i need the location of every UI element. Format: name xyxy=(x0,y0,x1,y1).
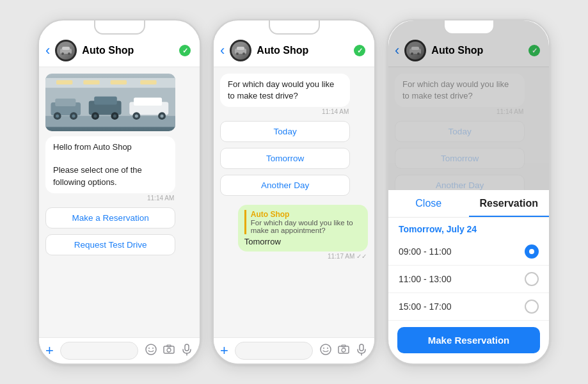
add-button-2[interactable]: + xyxy=(220,342,228,359)
car-image xyxy=(45,74,175,131)
time-row-1[interactable]: 09:00 - 11:00 xyxy=(388,238,549,266)
svg-rect-8 xyxy=(111,80,127,84)
svg-point-20 xyxy=(93,115,97,118)
option-tomorrow-2[interactable]: Tomorrow xyxy=(220,146,350,169)
mic-icon-1[interactable] xyxy=(180,343,193,359)
svg-point-29 xyxy=(146,344,156,355)
camera-icon-1[interactable] xyxy=(163,343,175,359)
msg-time-2b: 11:17 AM ✓✓ xyxy=(238,253,368,260)
question-message-2: For which day would you like to make tes… xyxy=(220,74,350,115)
verified-badge-1: ✓ xyxy=(179,45,191,56)
quote-bar-2: Auto Shop For which day would you like t… xyxy=(244,210,362,234)
sticker-icon-1[interactable] xyxy=(145,343,157,359)
msg-time-1: 11:14 AM xyxy=(45,195,175,202)
message-input-1[interactable] xyxy=(60,342,138,360)
option-another-day-2[interactable]: Another Day xyxy=(220,173,350,196)
svg-point-42 xyxy=(323,348,324,349)
message-input-2[interactable] xyxy=(235,342,313,360)
svg-point-2 xyxy=(61,52,64,55)
svg-rect-7 xyxy=(83,80,99,84)
chat-header-1: ‹ Auto Shop ✓ xyxy=(39,35,200,67)
svg-point-3 xyxy=(68,52,70,55)
time-label-2: 11:00 - 13:00 xyxy=(399,274,525,284)
chat-body-1: Hello from Auto ShopPlease select one of… xyxy=(39,67,200,337)
reservation-date: Tomorrow, July 24 xyxy=(388,218,549,238)
avatar-1 xyxy=(55,40,77,61)
svg-rect-12 xyxy=(55,99,75,106)
svg-rect-6 xyxy=(56,80,72,84)
back-button-2[interactable]: ‹ xyxy=(220,44,225,58)
notch-2 xyxy=(269,20,320,35)
phone-3: ‹ Auto Shop ✓ xyxy=(387,19,550,365)
reservation-tabs: Close Reservation xyxy=(388,190,549,218)
svg-point-28 xyxy=(161,115,164,118)
option-today-2[interactable]: Today xyxy=(220,119,350,142)
make-reservation-button[interactable]: Make Reservation xyxy=(397,327,540,353)
avatar-2 xyxy=(230,40,251,61)
option-reservation[interactable]: Make a Reservation xyxy=(45,205,175,228)
camera-icon-2[interactable] xyxy=(337,343,350,359)
svg-rect-1 xyxy=(62,47,70,50)
hello-message: Hello from Auto ShopPlease select one of… xyxy=(45,136,175,202)
msg-time-2a: 11:14 AM xyxy=(220,108,350,115)
svg-point-43 xyxy=(327,348,328,349)
svg-rect-38 xyxy=(237,47,244,50)
svg-rect-9 xyxy=(140,80,156,84)
time-label-3: 15:00 - 17:00 xyxy=(399,301,525,312)
option-test-drive[interactable]: Request Test Drive xyxy=(45,232,175,255)
radio-1[interactable] xyxy=(525,244,539,259)
phone-2: ‹ Auto Shop ✓ xyxy=(212,19,376,365)
shop-name-2: Auto Shop xyxy=(257,45,351,56)
svg-rect-35 xyxy=(185,344,189,351)
svg-rect-47 xyxy=(360,344,363,351)
quote-name-2: Auto Shop xyxy=(251,210,362,219)
tab-reservation[interactable]: Reservation xyxy=(469,190,550,217)
svg-point-41 xyxy=(321,344,331,355)
quote-text-2: For which day would you like to make an … xyxy=(251,219,362,234)
phone-1: ‹ Auto Shop ✓ xyxy=(38,19,201,365)
svg-point-30 xyxy=(148,348,150,349)
back-button-1[interactable]: ‹ xyxy=(45,44,50,58)
add-button-1[interactable]: + xyxy=(45,342,54,359)
phones-container: ‹ Auto Shop ✓ xyxy=(25,6,563,378)
radio-2[interactable] xyxy=(525,272,539,286)
svg-point-16 xyxy=(72,115,75,118)
svg-point-40 xyxy=(242,52,245,55)
notch-1 xyxy=(94,20,145,35)
svg-point-33 xyxy=(167,348,171,352)
svg-point-14 xyxy=(56,115,59,118)
time-row-3[interactable]: 15:00 - 17:00 xyxy=(388,293,549,321)
svg-point-39 xyxy=(236,52,239,55)
svg-point-26 xyxy=(135,115,138,118)
time-row-2[interactable]: 11:00 - 13:00 xyxy=(388,266,549,293)
question-text-2: For which day would you like to make tes… xyxy=(228,79,334,100)
chat-bottom-2: + xyxy=(214,337,374,364)
sticker-icon-2[interactable] xyxy=(319,343,332,359)
hello-bubble: Hello from Auto ShopPlease select one of… xyxy=(45,136,175,193)
svg-point-45 xyxy=(342,348,346,352)
reservation-sheet: Close Reservation Tomorrow, July 24 09:0… xyxy=(388,190,549,364)
svg-rect-18 xyxy=(94,97,117,105)
svg-point-31 xyxy=(152,348,154,349)
mic-icon-2[interactable] xyxy=(355,343,368,359)
tab-close[interactable]: Close xyxy=(388,190,469,217)
chat-body-2: For which day would you like to make tes… xyxy=(214,67,374,337)
image-message-1 xyxy=(45,74,175,132)
svg-point-22 xyxy=(113,115,116,118)
hello-text: Hello from Auto ShopPlease select one of… xyxy=(53,142,142,187)
chat-bottom-1: + xyxy=(39,337,200,364)
shop-name-1: Auto Shop xyxy=(82,45,177,56)
svg-rect-10 xyxy=(45,116,175,127)
chat-header-2: ‹ Auto Shop ✓ xyxy=(214,35,374,67)
notch-3 xyxy=(443,20,495,35)
reply-text-2: Tomorrow xyxy=(244,237,362,246)
radio-3[interactable] xyxy=(525,300,539,314)
verified-badge-2: ✓ xyxy=(354,45,365,56)
quoted-reply-2: Auto Shop For which day would you like t… xyxy=(238,205,368,260)
svg-rect-24 xyxy=(134,97,162,106)
time-label-1: 09:00 - 11:00 xyxy=(399,246,525,257)
